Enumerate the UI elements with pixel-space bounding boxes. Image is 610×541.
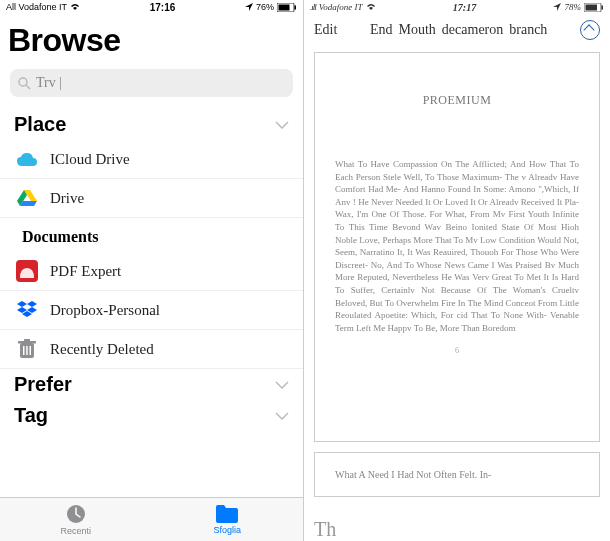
svg-rect-9 [23,346,25,355]
battery-pct: 78% [564,2,581,12]
pdf-expert-icon [16,260,38,282]
place-header[interactable]: Place [0,109,303,140]
status-time: 17:16 [150,2,176,13]
trash-icon [16,338,38,360]
edit-button[interactable]: Edit [314,22,337,38]
battery-icon [584,3,604,12]
carrier-label: Vodafone IT [319,2,363,12]
browse-title: Browse [0,14,303,69]
doc-item-deleted[interactable]: Recently Deleted [0,330,303,369]
list-item-label: Dropbox-Personal [50,302,160,319]
svg-rect-15 [601,5,603,9]
status-bar-right: .ıll Vodafone IT 17:17 78% [304,0,610,14]
toolbar-word[interactable]: End [370,22,393,38]
chevron-down-icon [275,381,289,389]
tab-label: Recenti [60,526,91,536]
svg-rect-1 [278,4,289,10]
tab-label: Sfoglia [213,525,241,535]
chevron-down-icon [275,121,289,129]
toolbar-word[interactable]: branch [509,22,547,38]
documents-header: Documents [0,218,303,252]
signal-icon: .ıll [310,2,316,12]
tab-bar: Recenti Sfoglia [0,497,303,541]
svg-rect-8 [24,339,30,342]
doc-item-dropbox[interactable]: Dropbox-Personal [0,291,303,330]
svg-line-4 [26,85,30,89]
location-icon [553,3,561,11]
dropcap: Th [314,518,336,541]
search-input[interactable]: Trv | [10,69,293,97]
wifi-icon [70,3,80,11]
svg-rect-2 [294,5,296,9]
page-body-text: What To Have Compassion On The Afflicted… [335,158,579,334]
chevron-down-icon [275,412,289,420]
reader-toolbar: Edit End Mouth decameron branch [304,14,610,46]
tab-browse[interactable]: Sfoglia [152,498,304,541]
reader-page-2[interactable]: What A Need I Had Not Often Felt. In- [314,452,600,497]
list-item-label: ICloud Drive [50,151,130,168]
doc-item-pdfexpert[interactable]: PDF Expert [0,252,303,291]
place-item-drive[interactable]: Drive [0,179,303,218]
prefer-header[interactable]: Prefer [0,369,303,400]
battery-pct: 76% [256,2,274,12]
navigate-icon[interactable] [580,20,600,40]
tab-recent[interactable]: Recenti [0,498,152,541]
search-icon [18,77,31,90]
reader-page-1[interactable]: PROEMIUM What To Have Compassion On The … [314,52,600,442]
status-bar-left: All Vodafone IT 17:16 76% [0,0,303,14]
carrier-label: All Vodafone IT [6,2,67,12]
list-item-label: Drive [50,190,84,207]
dropbox-icon [16,299,38,321]
svg-rect-14 [585,4,597,10]
list-item-label: PDF Expert [50,263,121,280]
tag-header[interactable]: Tag [0,400,303,431]
wifi-icon [366,3,376,11]
svg-point-3 [19,78,27,86]
svg-rect-11 [30,346,32,355]
location-icon [245,3,253,11]
page-body-text: What A Need I Had Not Often Felt. In- [335,469,579,480]
drive-icon [16,187,38,209]
status-time: 17:17 [453,2,476,13]
toolbar-word[interactable]: decameron [442,22,503,38]
list-item-label: Recently Deleted [50,341,154,358]
clock-icon [65,503,87,525]
page-number: 6 [335,346,579,355]
search-placeholder: Trv | [36,75,62,91]
toolbar-word[interactable]: Mouth [399,22,436,38]
svg-rect-10 [26,346,28,355]
folder-icon [215,504,239,524]
chapter-title: PROEMIUM [335,93,579,108]
cloud-icon [16,148,38,170]
battery-icon [277,3,297,12]
place-item-icloud[interactable]: ICloud Drive [0,140,303,179]
